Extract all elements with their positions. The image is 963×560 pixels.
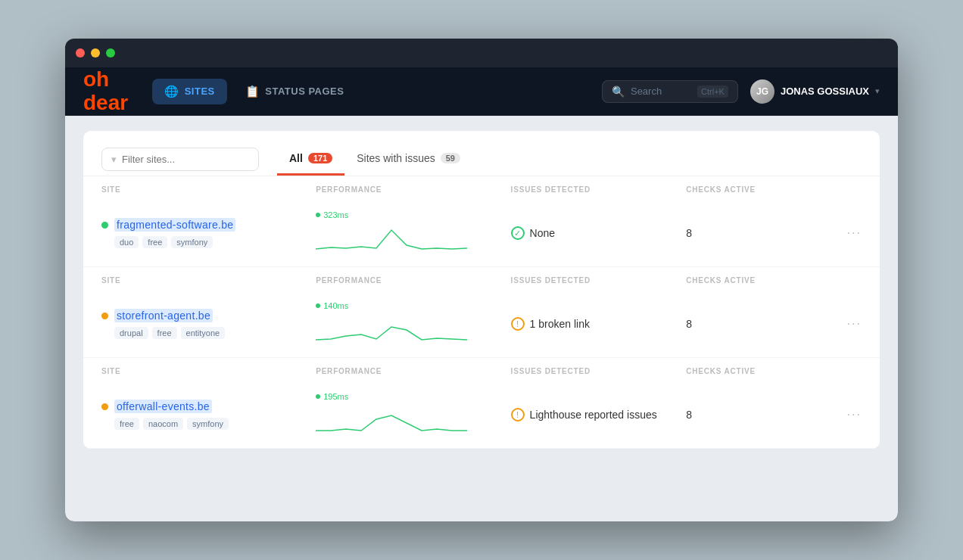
navbar: oh dear 🌐 SITES 📋 STATUS PAGES 🔍 Search … xyxy=(65,67,898,116)
performance-ms: 323ms xyxy=(316,210,510,219)
perf-dot xyxy=(316,213,320,217)
issues-text: 1 broken link xyxy=(530,318,590,330)
search-bar[interactable]: 🔍 Search Ctrl+K xyxy=(602,80,738,103)
performance-ms: 140ms xyxy=(316,301,510,310)
status-dot xyxy=(101,313,108,319)
site-row-data: fragmented-software.beduofreesymfony323m… xyxy=(101,200,862,266)
site-name-cell: fragmented-software.beduofreesymfony xyxy=(101,218,316,248)
column-headers: SITEPERFORMANCEISSUES DETECTEDCHECKS ACT… xyxy=(101,267,862,291)
issues-text: None xyxy=(530,227,555,239)
col-header-checks_active: CHECKS ACTIVE xyxy=(686,367,832,375)
col-header-issues_detected: ISSUES DETECTED xyxy=(511,276,687,285)
tag: free xyxy=(152,327,177,339)
title-bar xyxy=(65,39,898,67)
site-name-cell: storefront-agent.bedrupalfreeentityone xyxy=(101,309,316,339)
more-options-button[interactable]: ··· xyxy=(832,317,862,331)
tag: symfony xyxy=(171,236,213,248)
checks-cell: 8 xyxy=(686,409,832,421)
content-area: ▾ All 171 Sites with issues 59 xyxy=(65,116,898,521)
issues-warning-icon: ! xyxy=(511,317,525,331)
site-row: SITEPERFORMANCEISSUES DETECTEDCHECKS ACT… xyxy=(83,176,880,267)
more-options-button[interactable]: ··· xyxy=(832,408,862,422)
column-headers: SITEPERFORMANCEISSUES DETECTEDCHECKS ACT… xyxy=(101,358,862,381)
performance-cell: 195ms xyxy=(316,392,510,437)
site-row: SITEPERFORMANCEISSUES DETECTEDCHECKS ACT… xyxy=(83,358,880,449)
globe-icon: 🌐 xyxy=(164,85,179,98)
issues-ok-icon: ✓ xyxy=(511,226,525,240)
logo: oh dear xyxy=(83,68,128,115)
filter-icon: ▾ xyxy=(111,154,117,165)
filter-input[interactable] xyxy=(122,154,249,165)
sites-panel: ▾ All 171 Sites with issues 59 xyxy=(83,131,880,449)
maximize-button[interactable] xyxy=(106,48,115,58)
search-icon: 🔍 xyxy=(612,86,625,98)
site-tags: drupalfreeentityone xyxy=(114,327,316,339)
caret-down-icon: ▾ xyxy=(875,86,880,96)
nav-status-pages-button[interactable]: 📋 STATUS PAGES xyxy=(233,79,357,104)
all-count-badge: 171 xyxy=(308,153,332,163)
col-header-site: SITE xyxy=(101,367,316,375)
column-headers: SITEPERFORMANCEISSUES DETECTEDCHECKS ACT… xyxy=(101,176,862,200)
app-container: oh dear 🌐 SITES 📋 STATUS PAGES 🔍 Search … xyxy=(65,67,898,521)
status-dot xyxy=(101,222,108,229)
performance-ms: 195ms xyxy=(316,392,510,401)
col-header-checks_active: CHECKS ACTIVE xyxy=(686,276,832,285)
tag: drupal xyxy=(114,327,148,339)
tabs: All 171 Sites with issues 59 xyxy=(277,143,472,176)
site-name[interactable]: storefront-agent.be xyxy=(114,309,213,322)
col-header-checks_active: CHECKS ACTIVE xyxy=(686,185,832,194)
status-dot xyxy=(101,403,108,410)
site-tags: freenaocomsymfony xyxy=(114,418,316,430)
nav-links: 🌐 SITES 📋 STATUS PAGES xyxy=(152,79,602,104)
avatar: JG xyxy=(750,79,774,104)
col-header-issues_detected: ISSUES DETECTED xyxy=(511,367,687,375)
col-header-performance: PERFORMANCE xyxy=(316,367,510,375)
tag: duo xyxy=(114,236,139,248)
issues-count-badge: 59 xyxy=(441,153,460,163)
performance-cell: 323ms xyxy=(316,210,510,256)
tag: symfony xyxy=(187,418,229,430)
tab-all[interactable]: All 171 xyxy=(277,143,344,176)
perf-dot xyxy=(316,394,320,399)
clipboard-icon: 📋 xyxy=(245,85,260,98)
site-tags: duofreesymfony xyxy=(114,236,316,248)
user-menu-button[interactable]: JG JONAS GOSSIAUX ▾ xyxy=(750,79,880,104)
tag: naocom xyxy=(143,418,183,430)
issues-cell: !1 broken link xyxy=(511,317,687,331)
tag: free xyxy=(142,236,167,248)
issues-text: Lighthouse reported issues xyxy=(530,409,657,421)
more-options-button[interactable]: ··· xyxy=(832,226,862,240)
panel-header: ▾ All 171 Sites with issues 59 xyxy=(83,131,880,176)
sites-list: SITEPERFORMANCEISSUES DETECTEDCHECKS ACT… xyxy=(83,176,880,449)
col-header-performance: PERFORMANCE xyxy=(316,276,510,285)
col-header-performance: PERFORMANCE xyxy=(316,185,510,194)
performance-cell: 140ms xyxy=(316,301,510,347)
col-header-site: SITE xyxy=(101,276,316,285)
issues-cell: !Lighthouse reported issues xyxy=(511,408,687,422)
checks-cell: 8 xyxy=(686,227,832,239)
col-header-site: SITE xyxy=(101,185,316,194)
site-name[interactable]: fragmented-software.be xyxy=(114,218,235,232)
close-button[interactable] xyxy=(76,48,85,58)
nav-sites-button[interactable]: 🌐 SITES xyxy=(152,79,227,104)
col-header-issues_detected: ISSUES DETECTED xyxy=(511,185,687,194)
perf-dot xyxy=(316,303,320,308)
site-name-cell: offerwall-events.befreenaocomsymfony xyxy=(101,400,316,430)
checks-cell: 8 xyxy=(686,318,832,330)
site-name[interactable]: offerwall-events.be xyxy=(114,400,212,413)
tab-issues[interactable]: Sites with issues 59 xyxy=(344,143,472,176)
site-row: SITEPERFORMANCEISSUES DETECTEDCHECKS ACT… xyxy=(83,267,880,358)
filter-input-wrap[interactable]: ▾ xyxy=(101,148,259,171)
tag: free xyxy=(114,418,139,430)
tag: entityone xyxy=(181,327,226,339)
issues-warning-icon: ! xyxy=(511,408,525,422)
site-row-data: offerwall-events.befreenaocomsymfony195m… xyxy=(101,381,862,448)
issues-cell: ✓None xyxy=(511,226,687,240)
site-row-data: storefront-agent.bedrupalfreeentityone14… xyxy=(101,291,862,357)
app-window: oh dear 🌐 SITES 📋 STATUS PAGES 🔍 Search … xyxy=(65,39,898,521)
minimize-button[interactable] xyxy=(91,48,100,58)
